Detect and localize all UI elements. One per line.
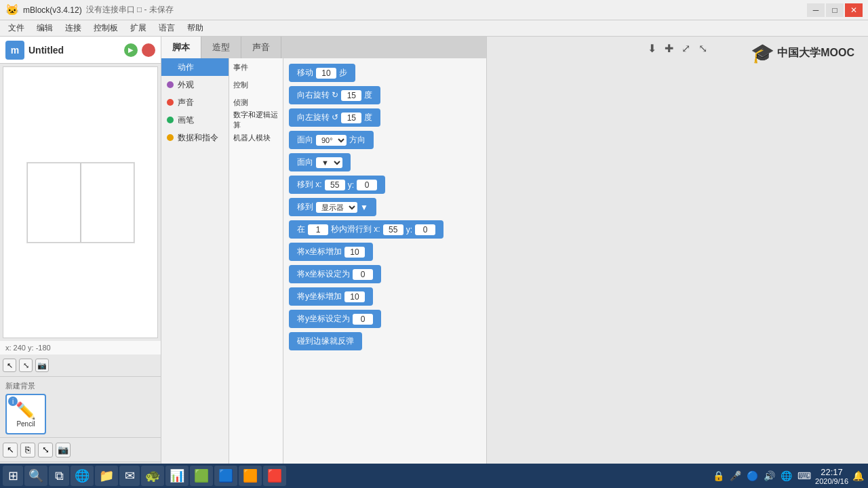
block-glide[interactable]: 在 秒内滑行到 x: y: — [289, 220, 443, 239]
add-icon[interactable]: ✚ — [665, 42, 673, 55]
project-title-bar: m Untitled ▶ — [0, 37, 161, 64]
menu-edit[interactable]: 编辑 — [31, 21, 58, 35]
sprite-name: Pencil — [16, 420, 35, 428]
sprite-badge: i — [8, 396, 18, 406]
turn-left-input[interactable] — [341, 113, 361, 123]
menu-file[interactable]: 文件 — [3, 21, 30, 35]
blocks-content: 动作 外观 声音 画笔 数据和指令 — [161, 58, 486, 488]
menu-extend[interactable]: 扩展 — [125, 21, 152, 35]
looks-dot — [167, 81, 174, 88]
sound-dot — [167, 99, 174, 106]
sprite-tool-camera[interactable]: 📷 — [56, 443, 71, 458]
category-sound[interactable]: 声音 — [161, 94, 229, 111]
glide-y-input[interactable] — [415, 224, 435, 235]
sprite-tool-cursor[interactable]: ↖ — [3, 443, 18, 458]
fullscreen-icon[interactable]: ⤢ — [682, 42, 690, 55]
set-y-input[interactable] — [353, 314, 373, 325]
face-select[interactable]: ▼ — [316, 157, 342, 168]
subcat-robot[interactable]: 机器人模块 — [229, 129, 283, 146]
set-x-input[interactable] — [353, 269, 373, 280]
menu-connect[interactable]: 连接 — [60, 21, 87, 35]
maximize-button[interactable]: □ — [826, 3, 844, 17]
download-icon[interactable]: ⬇ — [648, 42, 656, 55]
subcat-sensing[interactable]: 侦测 — [229, 94, 283, 111]
block-set-x[interactable]: 将x坐标设定为 — [289, 265, 381, 283]
explorer-button[interactable]: 📁 — [95, 466, 118, 486]
block-bounce[interactable]: 碰到边缘就反弹 — [289, 332, 362, 350]
block-move[interactable]: 移动 步 — [289, 64, 355, 82]
menu-board[interactable]: 控制板 — [88, 21, 123, 35]
turn-right-input[interactable] — [341, 90, 361, 101]
block-goto-sprite[interactable]: 移到 显示器 ▼ — [289, 198, 376, 216]
app3-button[interactable]: 🟩 — [190, 466, 213, 486]
ctrl-cursor[interactable]: ↖ — [3, 359, 16, 372]
category-motion[interactable]: 动作 — [161, 58, 229, 76]
category-data[interactable]: 数据和指令 — [161, 129, 229, 146]
mooc-text: 中国大学MOOC — [777, 46, 854, 60]
block-change-x[interactable]: 将x坐标增加 — [289, 243, 373, 261]
taskview-button[interactable]: ⧉ — [49, 466, 69, 486]
sprite-label: 新建背景 — [3, 380, 158, 392]
glide-x-input[interactable] — [383, 224, 403, 235]
close-button[interactable]: ✕ — [845, 3, 863, 17]
notification-icon[interactable]: 🔔 — [851, 469, 865, 483]
menu-language[interactable]: 语言 — [153, 21, 180, 35]
goto-sprite-select[interactable]: 显示器 — [316, 202, 357, 213]
ctrl-camera[interactable]: 📷 — [35, 359, 49, 372]
subcat-control[interactable]: 控制 — [229, 76, 283, 94]
browser-button[interactable]: 🌐 — [71, 466, 94, 486]
sprite-pencil[interactable]: i ✏️ Pencil — [5, 394, 46, 434]
sys-icon-2: 🎤 — [728, 469, 743, 483]
app5-button[interactable]: 🟧 — [239, 466, 262, 486]
block-turn-right[interactable]: 向右旋转 ↻ 度 — [289, 86, 380, 104]
tab-scripts[interactable]: 脚本 — [161, 37, 201, 58]
app1-button[interactable]: 🐢 — [141, 466, 164, 486]
block-change-y[interactable]: 将y坐标增加 — [289, 287, 373, 306]
goto-y-input[interactable] — [357, 180, 377, 190]
category-looks[interactable]: 外观 — [161, 76, 229, 94]
app6-button[interactable]: 🟥 — [263, 466, 286, 486]
sprite-tool-resize[interactable]: ⤡ — [38, 443, 53, 458]
move-steps-input[interactable] — [316, 68, 336, 79]
subcat-operators[interactable]: 数字和逻辑运算 — [229, 111, 283, 129]
start-button[interactable]: ⊞ — [3, 466, 23, 486]
subcat-events[interactable]: 事件 — [229, 58, 283, 76]
workspace-toolbar: ⬇ ✚ ⤢ ⤡ — [648, 42, 707, 55]
menu-help[interactable]: 帮助 — [182, 21, 209, 35]
block-face-direction[interactable]: 面向 90° 方向 — [289, 131, 374, 149]
search-button[interactable]: 🔍 — [24, 466, 47, 486]
app4-button[interactable]: 🟦 — [214, 466, 237, 486]
tab-sounds[interactable]: 声音 — [241, 37, 281, 58]
block-goto-xy[interactable]: 移到 x: y: — [289, 176, 385, 194]
ctrl-resize[interactable]: ⤡ — [19, 359, 33, 372]
face-direction-select[interactable]: 90° — [316, 135, 347, 146]
titlebar-controls[interactable]: ─ □ ✕ — [807, 3, 863, 17]
app-icon: 🐱 — [5, 3, 19, 16]
app2-button[interactable]: 📊 — [165, 466, 189, 486]
minimize-button[interactable]: ─ — [807, 3, 825, 17]
app-title: mBlock(v3.4.12) — [23, 5, 82, 15]
change-y-input[interactable] — [344, 291, 365, 302]
goto-x-input[interactable] — [325, 180, 345, 190]
controls-row: ↖ ⤡ 📷 — [0, 354, 161, 376]
block-set-y[interactable]: 将y坐标设定为 — [289, 310, 381, 328]
green-flag-button[interactable]: ▶ — [124, 43, 138, 57]
category-pen[interactable]: 画笔 — [161, 111, 229, 129]
looks-label: 外观 — [178, 79, 194, 91]
coords-text: x: 240 y: -180 — [5, 344, 51, 352]
tab-costumes[interactable]: 造型 — [201, 37, 241, 58]
menubar: 文件 编辑 连接 控制板 扩展 语言 帮助 — [0, 20, 868, 37]
mail-button[interactable]: ✉ — [119, 466, 140, 486]
shrink-icon[interactable]: ⤡ — [698, 42, 707, 55]
block-turn-left[interactable]: 向左旋转 ↺ 度 — [289, 108, 380, 127]
block-face[interactable]: 面向 ▼ — [289, 153, 351, 171]
stop-button[interactable] — [142, 43, 155, 57]
change-x-input[interactable] — [344, 247, 365, 258]
subcategory-list: 事件 控制 侦测 数字和逻辑运算 机器人模块 — [229, 58, 283, 488]
glide-time-input[interactable] — [308, 224, 328, 235]
titlebar-left: 🐱 mBlock(v3.4.12) 没有连接串口 □ - 未保存 — [5, 3, 174, 16]
data-dot — [167, 134, 174, 141]
main-container: m Untitled ▶ x: 240 y: -180 ↖ ⤡ 📷 新建背景 — [0, 37, 868, 488]
stage-panel-right — [81, 163, 134, 243]
sprite-tool-copy[interactable]: ⎘ — [20, 443, 35, 458]
